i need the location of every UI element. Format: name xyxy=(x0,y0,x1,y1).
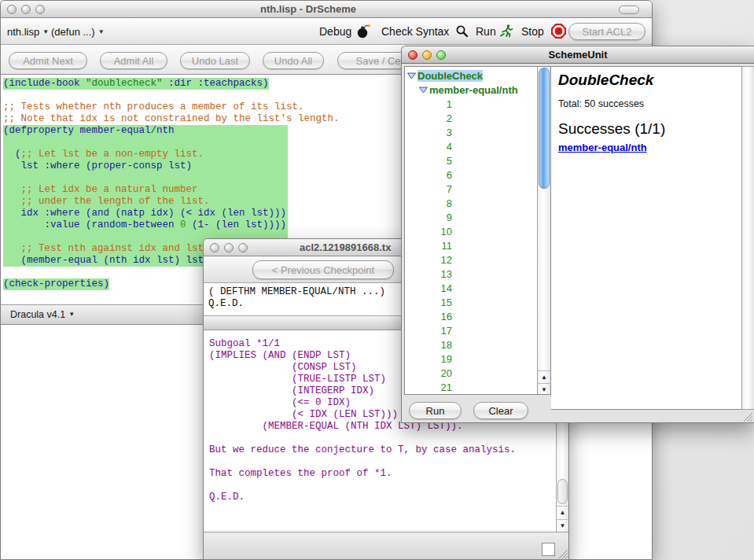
disclosure-triangle-icon[interactable] xyxy=(407,70,416,82)
tree-item-case-18[interactable]: 18 xyxy=(405,337,537,352)
details-scrollbar[interactable] xyxy=(741,66,754,410)
code-line xyxy=(3,90,340,101)
window-title: acl2.1219891668.tx xyxy=(300,241,391,253)
drscheme-titlebar[interactable]: nth.lisp - DrScheme xyxy=(1,1,652,18)
scrollbar-thumb[interactable] xyxy=(539,68,550,189)
code-line: lst :where (proper-consp lst) xyxy=(3,160,340,172)
details-heading: DoubleCheck xyxy=(558,72,653,89)
code-line: (include-book "doublecheck" :dir :teachp… xyxy=(3,78,340,90)
test-details-panel: DoubleCheck Total: 50 successes Successe… xyxy=(551,66,742,410)
zoom-button[interactable] xyxy=(238,243,248,252)
bomb-icon[interactable] xyxy=(356,24,371,42)
tree-item-case-21[interactable]: 21 xyxy=(405,380,537,394)
code-line: ;; Let idx be a natural number xyxy=(3,184,340,196)
tree-item-member-equal-nth[interactable]: member-equal/nth xyxy=(405,83,537,97)
admit-button-admit-next[interactable]: Admit Next xyxy=(9,52,87,69)
tree-item-case-3[interactable]: 3 xyxy=(405,125,537,139)
code-line: ;; under the length of the list. xyxy=(3,196,340,208)
search-icon[interactable] xyxy=(455,24,469,41)
defun-dropdown[interactable]: (defun ...)▼ xyxy=(51,26,105,38)
check-syntax-button[interactable]: Check Syntax xyxy=(381,25,449,38)
minimize-button[interactable] xyxy=(224,243,234,252)
stop-button[interactable]: Stop xyxy=(521,25,544,38)
chevron-down-icon: ▼ xyxy=(98,28,105,35)
tree-item-case-19[interactable]: 19 xyxy=(405,352,537,366)
scrollbar-thumb[interactable] xyxy=(557,479,568,504)
code-line: ;; Tests whether nth produces a member o… xyxy=(3,101,340,113)
tree-item-case-9[interactable]: 9 xyxy=(405,210,537,224)
window-controls xyxy=(210,243,248,252)
schemeunit-titlebar[interactable]: SchemeUnit xyxy=(402,46,754,64)
stop-icon[interactable] xyxy=(551,24,566,42)
tree-item-case-7[interactable]: 7 xyxy=(405,182,537,196)
test-tree-panel: DoubleCheck member-equal/nth 12345678910… xyxy=(404,66,551,395)
success-link-member-equal-nth[interactable]: member-equal/nth xyxy=(558,142,647,153)
tree-item-case-15[interactable]: 15 xyxy=(405,295,537,309)
code-line xyxy=(3,137,340,149)
language-dropdown[interactable]: Dracula v4.1▼ xyxy=(10,309,75,320)
previous-checkpoint-button[interactable]: < Previous Checkpoint xyxy=(252,260,394,279)
tree-item-case-12[interactable]: 12 xyxy=(405,252,537,267)
debug-button[interactable]: Debug xyxy=(319,25,351,38)
tree-item-doublecheck[interactable]: DoubleCheck xyxy=(405,68,537,83)
admit-button-undo-last[interactable]: Undo Last xyxy=(180,52,250,69)
scroll-down-arrow[interactable]: ▼ xyxy=(538,383,550,395)
details-total: Total: 50 successes xyxy=(558,98,644,109)
resize-grip-icon[interactable] xyxy=(742,411,752,421)
disclosure-triangle-icon[interactable] xyxy=(419,84,428,96)
lock-box[interactable] xyxy=(542,543,555,556)
code-line: idx :where (and (natp idx) (< idx (len l… xyxy=(3,208,340,219)
close-button[interactable] xyxy=(7,5,17,14)
tree-item-case-8[interactable]: 8 xyxy=(405,196,537,210)
code-line: (;; Let lst be a non-empty list. xyxy=(3,149,340,160)
tree-item-case-13[interactable]: 13 xyxy=(405,267,537,281)
chevron-down-icon: ▼ xyxy=(68,311,75,318)
tree-item-case-10[interactable]: 10 xyxy=(405,224,537,238)
desktop: nth.lisp - DrScheme nth.lisp▼ (defun ...… xyxy=(0,0,754,560)
scroll-up-arrow[interactable]: ▲ xyxy=(557,506,568,518)
drscheme-toolbar: nth.lisp▼ (defun ...)▼ Debug Check Synta… xyxy=(1,18,652,45)
details-successes-heading: Successes (1/1) xyxy=(558,120,665,138)
code-line: :value (random-between 0 (1- (len lst)))… xyxy=(3,219,340,231)
tree-item-case-14[interactable]: 14 xyxy=(405,281,537,295)
admit-button-admit-all[interactable]: Admit All xyxy=(100,52,167,69)
tree-item-case-2[interactable]: 2 xyxy=(405,111,537,125)
schemeunit-window: SchemeUnit DoubleCheck member-equal/nth … xyxy=(401,46,754,423)
code-line: (defproperty member-equal/nth xyxy=(3,125,340,137)
zoom-button[interactable] xyxy=(35,5,45,14)
admit-button-undo-all[interactable]: Undo All xyxy=(263,52,324,69)
tree-item-case-20[interactable]: 20 xyxy=(405,366,537,380)
window-title: SchemeUnit xyxy=(402,49,754,61)
acl2-bottom-bar xyxy=(204,532,568,559)
tree-item-case-6[interactable]: 6 xyxy=(405,168,537,182)
tree-item-case-1[interactable]: 1 xyxy=(405,97,537,111)
tree-item-case-5[interactable]: 5 xyxy=(405,153,537,168)
run-tests-button[interactable]: Run xyxy=(409,402,462,419)
window-title: nth.lisp - DrScheme xyxy=(260,3,356,15)
code-line xyxy=(3,172,340,184)
tree-item-case-11[interactable]: 11 xyxy=(405,238,537,252)
runner-icon[interactable] xyxy=(499,24,513,41)
close-button[interactable] xyxy=(210,243,219,252)
acl2-summary-text: ( DEFTHM MEMBER-EQUAL/NTH ...) Q.E.D. xyxy=(208,286,385,310)
window-controls xyxy=(7,5,45,14)
run-button[interactable]: Run xyxy=(476,25,496,38)
tree-scrollbar[interactable]: ▲ ▼ xyxy=(537,67,550,394)
scroll-up-arrow[interactable]: ▲ xyxy=(538,370,550,383)
tree-item-case-16[interactable]: 16 xyxy=(405,309,537,323)
resize-grip-icon[interactable] xyxy=(557,547,568,558)
toolbar-toggle-button[interactable] xyxy=(619,6,639,14)
tree-item-case-4[interactable]: 4 xyxy=(405,139,537,153)
chevron-down-icon: ▼ xyxy=(42,28,49,35)
start-acl2-button[interactable]: Start ACL2 xyxy=(568,23,645,40)
minimize-button[interactable] xyxy=(21,5,31,14)
scroll-down-arrow[interactable]: ▼ xyxy=(557,519,568,532)
clear-button[interactable]: Clear xyxy=(473,402,528,419)
tree-item-case-17[interactable]: 17 xyxy=(405,323,537,337)
file-dropdown[interactable]: nth.lisp▼ xyxy=(7,26,49,38)
code-line: ;; Note that idx is not constrained by t… xyxy=(3,113,340,125)
